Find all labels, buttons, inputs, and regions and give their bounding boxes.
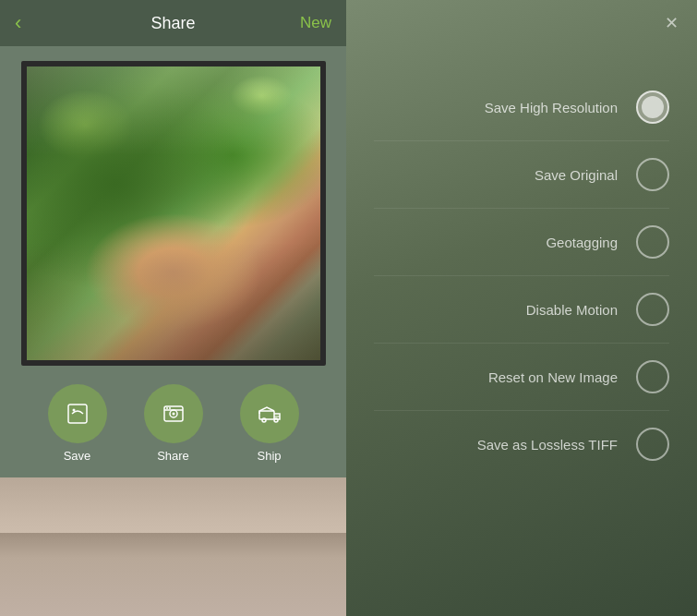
ship-label: Ship [257, 449, 281, 463]
setting-label-save-as-lossless-tiff: Save as Lossless TIFF [374, 437, 618, 453]
svg-point-9 [262, 418, 266, 422]
toggle-save-high-resolution[interactable] [636, 91, 669, 124]
svg-point-6 [166, 407, 168, 409]
page-title: Share [150, 14, 195, 33]
toggle-reset-on-new-image[interactable] [636, 360, 669, 393]
setting-label-reset-on-new-image: Reset on New Image [374, 369, 618, 385]
save-icon [65, 401, 90, 427]
svg-point-1 [72, 409, 75, 412]
svg-point-10 [274, 418, 278, 422]
save-action-item[interactable]: Save [48, 384, 107, 463]
setting-label-save-original: Save Original [374, 167, 618, 183]
right-panel: ✕ Save High ResolutionSave OriginalGeota… [346, 0, 697, 616]
svg-rect-0 [68, 405, 87, 423]
setting-label-disable-motion: Disable Motion [374, 302, 618, 318]
svg-point-4 [172, 413, 174, 416]
svg-rect-8 [259, 411, 274, 419]
setting-row-save-original: Save Original [374, 141, 669, 209]
save-circle[interactable] [48, 384, 107, 443]
settings-list: Save High ResolutionSave OriginalGeotagg… [374, 74, 669, 477]
setting-row-save-as-lossless-tiff: Save as Lossless TIFF [374, 411, 669, 477]
close-button[interactable]: ✕ [665, 15, 679, 31]
toggle-disable-motion[interactable] [636, 293, 669, 326]
setting-label-save-high-resolution: Save High Resolution [374, 100, 618, 115]
toggle-save-original[interactable] [636, 158, 669, 191]
new-button[interactable]: New [300, 14, 331, 32]
action-bar: Save Share [0, 377, 346, 477]
setting-label-geotagging: Geotagging [374, 235, 618, 250]
share-icon [161, 401, 186, 427]
toggle-save-as-lossless-tiff[interactable] [636, 428, 669, 461]
ship-circle[interactable] [240, 384, 299, 443]
share-action-item[interactable]: Share [144, 384, 203, 463]
left-panel: ‹ Share New Save [0, 0, 346, 616]
share-circle[interactable] [144, 384, 203, 443]
ship-icon [257, 401, 282, 427]
ship-action-item[interactable]: Ship [240, 384, 299, 463]
painting-image-container [21, 61, 326, 366]
setting-row-reset-on-new-image: Reset on New Image [374, 344, 669, 411]
back-button[interactable]: ‹ [15, 13, 21, 33]
share-label: Share [157, 449, 189, 463]
toggle-geotagging[interactable] [636, 225, 669, 259]
top-bar: ‹ Share New [0, 0, 346, 46]
svg-point-7 [169, 407, 171, 409]
setting-row-geotagging: Geotagging [374, 209, 669, 276]
save-label: Save [64, 449, 91, 463]
setting-row-save-high-resolution: Save High Resolution [374, 74, 669, 141]
bottom-background [0, 477, 346, 616]
setting-row-disable-motion: Disable Motion [374, 276, 669, 344]
painting-image [27, 66, 320, 360]
